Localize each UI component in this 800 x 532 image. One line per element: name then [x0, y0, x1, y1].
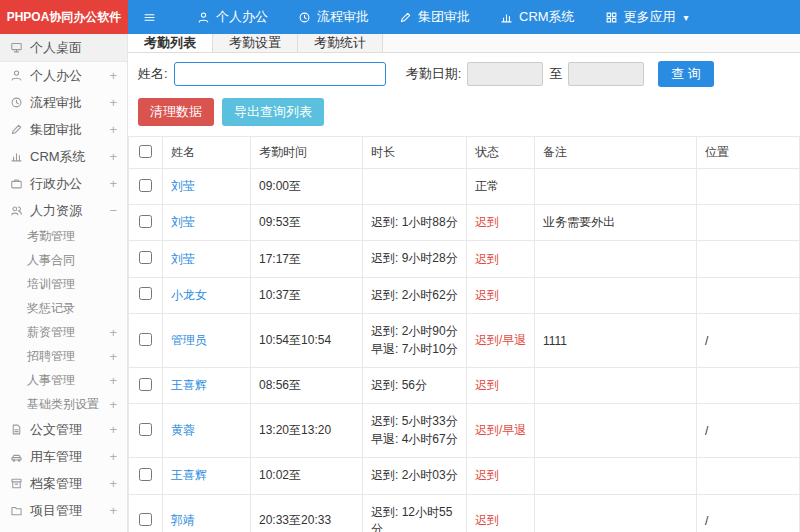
sidebar-subitem-base-category[interactable]: 基础类别设置 + — [0, 392, 127, 416]
employee-name-link[interactable]: 黄蓉 — [163, 404, 251, 458]
expand-toggle-icon[interactable]: + — [109, 95, 117, 110]
row-checkbox[interactable] — [139, 251, 152, 264]
col-header-duration: 时长 — [363, 137, 467, 169]
menu-toggle-button[interactable] — [128, 0, 170, 34]
expand-toggle-icon[interactable]: + — [109, 68, 117, 83]
expand-toggle-icon[interactable]: + — [109, 397, 117, 412]
table-header-row: 姓名 考勤时间 时长 状态 备注 位置 — [129, 137, 800, 169]
expand-toggle-icon[interactable]: + — [109, 373, 117, 388]
user-icon — [10, 69, 23, 82]
expand-toggle-icon[interactable]: + — [109, 476, 117, 491]
sidebar-subitem-label: 基础类别设置 — [27, 396, 99, 413]
nav-personal-office[interactable]: 个人办公 — [182, 0, 283, 34]
employee-name-link[interactable]: 小龙女 — [163, 277, 251, 313]
nav-more-apps[interactable]: 更多应用 ▾ — [590, 0, 704, 34]
sidebar-item-archive[interactable]: 档案管理 + — [0, 470, 127, 497]
employee-name-link[interactable]: 管理员 — [163, 314, 251, 368]
row-checkbox[interactable] — [139, 179, 152, 192]
remark — [535, 169, 697, 205]
expand-toggle-icon[interactable]: + — [109, 503, 117, 518]
sidebar-subitem-training[interactable]: 培训管理 — [0, 272, 127, 296]
sidebar-item-label: 集团审批 — [30, 121, 82, 139]
status-badge: 迟到 — [467, 458, 535, 494]
duration — [363, 169, 467, 205]
tab-attendance-list[interactable]: 考勤列表 — [128, 34, 213, 52]
filter-bar: 姓名: 考勤日期: 至 查 询 — [128, 53, 800, 93]
remark: 业务需要外出 — [535, 205, 697, 241]
sidebar-item-document[interactable]: 公文管理 + — [0, 416, 127, 443]
status-badge: 正常 — [467, 169, 535, 205]
expand-toggle-icon[interactable]: + — [109, 422, 117, 437]
location — [697, 205, 800, 241]
edit-icon — [399, 11, 412, 24]
attendance-time: 20:33至20:33 — [251, 494, 363, 532]
nav-crm-system[interactable]: CRM系统 — [485, 0, 590, 34]
app-logo[interactable]: PHPOA协同办公软件 — [0, 0, 128, 34]
row-checkbox[interactable] — [139, 423, 152, 436]
row-checkbox[interactable] — [139, 468, 152, 481]
nav-process-approval[interactable]: 流程审批 — [283, 0, 384, 34]
action-bar: 清理数据 导出查询列表 — [128, 93, 800, 136]
expand-toggle-icon[interactable]: + — [109, 349, 117, 364]
row-checkbox[interactable] — [139, 378, 152, 391]
sidebar-subitem-recruitment[interactable]: 招聘管理 + — [0, 344, 127, 368]
expand-toggle-icon[interactable]: + — [109, 122, 117, 137]
sidebar-subitem-attendance[interactable]: 考勤管理 — [0, 224, 127, 248]
employee-name-link[interactable]: 刘莹 — [163, 169, 251, 205]
sidebar-subitem-reward-record[interactable]: 奖惩记录 — [0, 296, 127, 320]
sidebar-item-crm[interactable]: CRM系统 + — [0, 143, 127, 170]
employee-name-link[interactable]: 郭靖 — [163, 494, 251, 532]
sidebar-item-group-approval[interactable]: 集团审批 + — [0, 116, 127, 143]
name-filter-input[interactable] — [174, 62, 386, 86]
tab-attendance-settings[interactable]: 考勤设置 — [213, 34, 298, 52]
sidebar-item-admin-office[interactable]: 行政办公 + — [0, 170, 127, 197]
name-filter-label: 姓名: — [138, 65, 168, 83]
employee-name-link[interactable]: 王喜辉 — [163, 458, 251, 494]
tab-attendance-statistics[interactable]: 考勤统计 — [298, 34, 383, 52]
nav-group-approval[interactable]: 集团审批 — [384, 0, 485, 34]
attendance-time: 10:54至10:54 — [251, 314, 363, 368]
sidebar-item-hr[interactable]: 人力资源 − — [0, 197, 127, 224]
sidebar-item-vehicle[interactable]: 用车管理 + — [0, 443, 127, 470]
expand-toggle-icon[interactable]: + — [109, 449, 117, 464]
sidebar-subitem-personnel[interactable]: 人事管理 + — [0, 368, 127, 392]
sidebar-item-label: 个人办公 — [30, 67, 82, 85]
main-content: 考勤列表 考勤设置 考勤统计 姓名: 考勤日期: 至 查 询 清理数据 导出查询… — [128, 34, 800, 532]
sidebar-subitem-salary[interactable]: 薪资管理 + — [0, 320, 127, 344]
sidebar-item-project[interactable]: 项目管理 + — [0, 497, 127, 524]
date-to-input[interactable] — [568, 62, 644, 86]
sidebar-item-personal-office[interactable]: 个人办公 + — [0, 62, 127, 89]
nav-label: 集团审批 — [418, 8, 470, 26]
nav-label: CRM系统 — [519, 8, 575, 26]
select-all-checkbox[interactable] — [139, 145, 152, 158]
sidebar-item-label: 个人桌面 — [30, 39, 82, 57]
expand-toggle-icon[interactable]: + — [109, 176, 117, 191]
sidebar-item-label: 行政办公 — [30, 175, 82, 193]
row-checkbox[interactable] — [139, 215, 152, 228]
remark — [535, 367, 697, 403]
sidebar-item-label: 档案管理 — [30, 475, 82, 493]
duration: 迟到: 2小时90分 早退: 7小时10分 — [363, 314, 467, 368]
row-checkbox[interactable] — [139, 287, 152, 300]
query-button[interactable]: 查 询 — [658, 61, 714, 87]
collapse-toggle-icon[interactable]: − — [109, 203, 117, 218]
attendance-time: 10:37至 — [251, 277, 363, 313]
row-checkbox[interactable] — [139, 513, 152, 526]
employee-name-link[interactable]: 刘莹 — [163, 241, 251, 277]
expand-toggle-icon[interactable]: + — [109, 149, 117, 164]
sidebar-subitem-label: 考勤管理 — [27, 228, 75, 245]
sidebar-item-desktop[interactable]: 个人桌面 — [0, 34, 127, 62]
date-from-input[interactable] — [467, 62, 543, 86]
sidebar-item-process-approval[interactable]: 流程审批 + — [0, 89, 127, 116]
desktop-icon — [10, 41, 23, 54]
employee-name-link[interactable]: 王喜辉 — [163, 367, 251, 403]
expand-toggle-icon[interactable]: + — [109, 325, 117, 340]
export-list-button[interactable]: 导出查询列表 — [222, 98, 324, 126]
row-checkbox[interactable] — [139, 333, 152, 346]
users-icon — [10, 204, 23, 217]
sidebar-item-label: 用车管理 — [30, 448, 82, 466]
sidebar-subitem-personnel-contract[interactable]: 人事合同 — [0, 248, 127, 272]
employee-name-link[interactable]: 刘莹 — [163, 205, 251, 241]
clean-data-button[interactable]: 清理数据 — [138, 98, 214, 126]
sidebar-item-label: 公文管理 — [30, 421, 82, 439]
